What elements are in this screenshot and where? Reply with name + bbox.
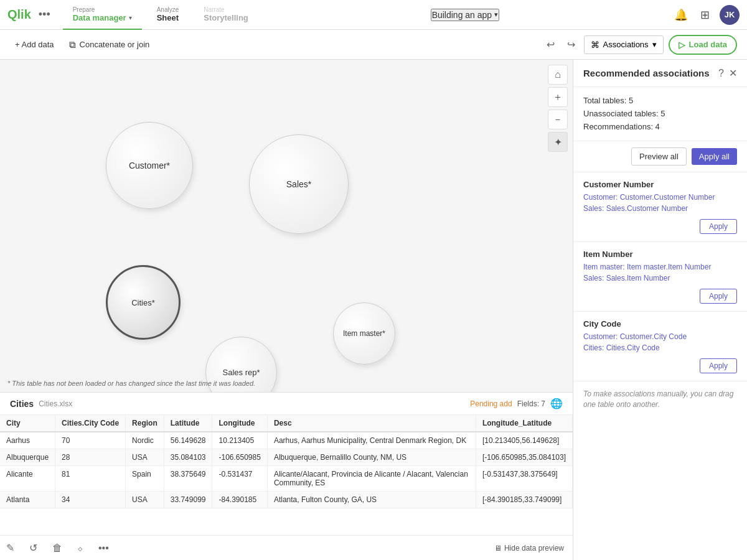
nav-narrate-title: Storytelling <box>204 13 248 22</box>
concat-join-button[interactable]: ⧉ Concatenate or join <box>64 35 155 54</box>
assoc-item-item-number: Item Number Item master: Item master.Ite… <box>573 242 747 312</box>
load-data-label: Load data <box>689 40 727 49</box>
zoom-out-icon-btn[interactable]: － <box>548 110 568 129</box>
table-cell: USA <box>126 492 164 508</box>
concat-join-label: Concatenate or join <box>80 40 150 49</box>
assoc-item-city-code: City Code Customer: Customer.City CodeCi… <box>573 312 747 381</box>
nav-prepare-title: Data manager <box>73 13 126 22</box>
magic-icon-btn[interactable]: ✦ <box>548 132 568 152</box>
more-icon-btn[interactable]: ••• <box>96 540 111 556</box>
add-data-label: + Add data <box>15 40 54 49</box>
load-data-icon: ▷ <box>679 40 685 50</box>
globe-icon: 🌐 <box>550 398 563 409</box>
assoc-apply-button-customer-number[interactable]: Apply <box>700 219 737 234</box>
table-row: Aarhus70Nordic56.14962810.213405Aarhus, … <box>0 432 573 449</box>
associations-button[interactable]: ⌘ Associations ▾ <box>584 35 664 54</box>
panel-header: Recommended associations ? ✕ <box>573 60 747 87</box>
table-cell: Atlanta, Fulton County, GA, US <box>267 492 476 508</box>
home-icon-btn[interactable]: ⌂ <box>548 65 568 85</box>
toolbar: + Add data ⧉ Concatenate or join ↩ ↪ ⌘ A… <box>0 30 747 60</box>
app-name-btn[interactable]: Building an app ▾ <box>431 9 500 21</box>
table-cell: 81 <box>55 466 126 492</box>
table-cell: 33.749099 <box>164 492 212 508</box>
table-cell: [-0.531437,38.375649] <box>476 466 572 492</box>
monitor-icon: 🖥 <box>494 544 502 553</box>
nav-dots-btn[interactable]: ••• <box>39 8 50 21</box>
table-cell: 70 <box>55 432 126 449</box>
table-cell: Spain <box>126 466 164 492</box>
associations-chevron-icon: ▾ <box>652 40 657 49</box>
filter-icon-btn[interactable]: ⬦ <box>75 540 86 556</box>
table-header-row: City Cities.City Code Region Latitude Lo… <box>0 415 573 432</box>
close-icon-btn[interactable]: ✕ <box>729 67 737 79</box>
preview-all-button[interactable]: Preview all <box>631 147 687 166</box>
refresh-icon-btn[interactable]: ↺ <box>27 539 40 556</box>
bubble-sales[interactable]: Sales* <box>249 134 349 234</box>
help-icon-btn[interactable]: ? <box>718 68 724 79</box>
main-area: Customer* Sales* Cities* Item master* Sa… <box>0 60 747 560</box>
assoc-apply-button-item-number[interactable]: Apply <box>700 289 737 304</box>
qlik-logo-text: Qlik <box>7 7 31 22</box>
assoc-detail: Item master: Item master.Item NumberSale… <box>583 261 737 284</box>
bubble-sales-rep-label: Sales rep* <box>223 368 260 377</box>
nav-analyze-title: Sheet <box>157 13 179 22</box>
panel-title: Recommended associations <box>583 68 710 78</box>
canvas-area: Customer* Sales* Cities* Item master* Sa… <box>0 60 573 392</box>
table-cell: Alicante <box>0 466 55 492</box>
associations-list: Customer Number Customer: Customer.Custo… <box>573 172 747 381</box>
table-cell: Nordic <box>126 432 164 449</box>
app-name-text: Building an app <box>432 10 492 20</box>
avatar[interactable]: JK <box>720 5 740 25</box>
col-lon-lat: Longitude_Latitude <box>476 415 572 432</box>
delete-icon-btn[interactable]: 🗑 <box>50 540 65 556</box>
zoom-in-icon-btn[interactable]: ＋ <box>548 87 568 107</box>
bubble-item-master-label: Item master* <box>343 329 385 338</box>
add-data-button[interactable]: + Add data <box>10 36 59 53</box>
edit-icon-btn[interactable]: ✎ <box>4 539 17 556</box>
top-nav: Qlik ••• Prepare Data manager ▾ Analyze … <box>0 0 747 30</box>
bubble-customer[interactable]: Customer* <box>106 122 193 209</box>
bubble-cities[interactable]: Cities* <box>106 265 181 340</box>
table-cell: 28 <box>55 449 126 466</box>
nav-prepare[interactable]: Prepare Data manager ▾ <box>63 0 142 30</box>
redo-button[interactable]: ↪ <box>563 36 579 53</box>
apply-all-button[interactable]: Apply all <box>692 148 737 165</box>
table-cell: 56.149628 <box>164 432 212 449</box>
grid-icon-btn[interactable]: ⊞ <box>698 6 712 24</box>
hide-preview-button[interactable]: 🖥 Hide data preview <box>489 541 569 555</box>
bottom-area: Cities Cities.xlsx Pending add Fields: 7… <box>0 392 573 560</box>
nav-narrate[interactable]: Narrate Storytelling <box>194 0 258 30</box>
table-cell: -106.650985 <box>212 449 267 466</box>
right-panel: Recommended associations ? ✕ Total table… <box>573 60 747 560</box>
undo-button[interactable]: ↩ <box>543 36 558 53</box>
col-desc: Desc <box>267 415 476 432</box>
notification-icon-btn[interactable]: 🔔 <box>672 6 690 24</box>
table-cell: Aarhus <box>0 432 55 449</box>
bubble-cities-label: Cities* <box>131 298 155 307</box>
assoc-item-customer-number: Customer Number Customer: Customer.Custo… <box>573 172 747 242</box>
panel-header-icons: ? ✕ <box>718 67 737 79</box>
bubble-item-master[interactable]: Item master* <box>333 302 395 365</box>
hide-preview-label: Hide data preview <box>504 544 564 553</box>
table-cell: Atlanta <box>0 492 55 508</box>
assoc-detail: Customer: Customer.Customer NumberSales:… <box>583 192 737 214</box>
table-row: Alicante81Spain38.375649-0.531437Alicant… <box>0 466 573 492</box>
assoc-apply-button-city-code[interactable]: Apply <box>700 358 737 373</box>
table-cell: -0.531437 <box>212 466 267 492</box>
nav-analyze[interactable]: Analyze Sheet <box>147 0 189 30</box>
associations-icon: ⌘ <box>591 40 599 50</box>
nav-center: Building an app ▾ <box>263 9 667 21</box>
pending-badge: Pending add <box>470 399 512 408</box>
table-file: Cities.xlsx <box>39 399 72 408</box>
col-city: City <box>0 415 55 432</box>
table-cell: Aarhus, Aarhus Municipality, Central Den… <box>267 432 476 449</box>
table-cell: Alicante/Alacant, Provincia de Alicante … <box>267 466 476 492</box>
load-data-button[interactable]: ▷ Load data <box>669 35 737 55</box>
assoc-detail: Customer: Customer.City CodeCities: Citi… <box>583 331 737 353</box>
table-row: Atlanta34USA33.749099-84.390185Atlanta, … <box>0 492 573 508</box>
associations-label: Associations <box>603 40 649 49</box>
table-header-right: Pending add Fields: 7 🌐 <box>470 398 563 409</box>
table-cell: -84.390185 <box>212 492 267 508</box>
table-toolbar: ✎ ↺ 🗑 ⬦ ••• 🖥 Hide data preview <box>0 535 573 560</box>
col-latitude: Latitude <box>164 415 212 432</box>
